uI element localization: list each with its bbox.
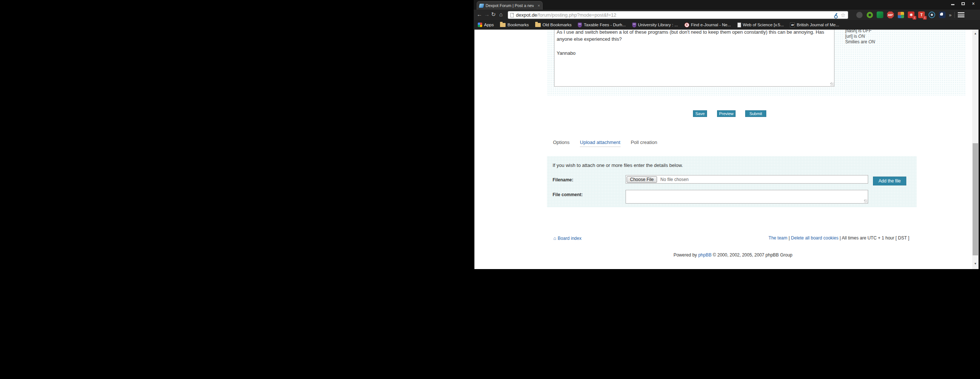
textarea-resize-handle[interactable] — [830, 82, 834, 86]
message-textarea[interactable]: As I use and switch between a lot of the… — [554, 30, 834, 86]
scroll-down-icon[interactable]: ▼ — [972, 262, 978, 265]
window-controls: × — [949, 1, 977, 6]
phpbb-link[interactable]: phpBB — [698, 252, 711, 258]
scroll-up-icon[interactable]: ▲ — [972, 32, 978, 35]
bbcode-url-status: [url] is ON — [845, 34, 875, 39]
minimize-button[interactable] — [949, 1, 956, 6]
delete-cookies-link[interactable]: Delete all board cookies — [791, 235, 838, 241]
bookmark-taxable-fees[interactable]: Taxable Fees - Durh... — [578, 22, 625, 27]
eye-extension-icon[interactable] — [928, 11, 935, 19]
restore-button[interactable] — [959, 1, 967, 6]
url-path: /forum/posting.php?mode=post&f=12 — [537, 12, 616, 18]
bookmark-web-of-science[interactable]: Web of Science [v.5... — [737, 22, 784, 27]
window-edge-left — [474, 30, 474, 269]
bookmark-folder-bookmarks[interactable]: Bookmarks — [500, 22, 529, 27]
page-action-icon[interactable] — [834, 13, 838, 17]
todoist-extension-icon[interactable]: T1 — [918, 11, 925, 19]
bbcode-smilies-status: Smilies are ON — [845, 39, 875, 45]
lastpass-badge: 1 — [913, 16, 916, 20]
url-text[interactable]: dexpot.de/forum/posting.php?mode=post&f=… — [516, 12, 832, 18]
dark-circle-extension-icon[interactable] — [939, 11, 946, 19]
scrollbar-thumb[interactable] — [973, 143, 978, 255]
bookmark-star-icon[interactable]: ☆ — [841, 12, 846, 19]
forum-page: As I use and switch between a lot of the… — [474, 30, 980, 269]
taskbar: ♥ M W X P M C ▲ R R Σ — [0, 269, 980, 285]
document-icon — [737, 22, 741, 27]
browser-menu-icon[interactable] — [958, 12, 964, 17]
no-file-chosen-text: No file chosen — [660, 177, 689, 182]
bbcode-flash-status: [flash] is OFF — [845, 30, 875, 34]
browser-tab[interactable]: Dexpot Forum | Post a nev × — [477, 1, 542, 10]
ghostery-extension-icon[interactable] — [856, 11, 863, 19]
tab-options[interactable]: Options — [553, 140, 570, 147]
browser-toolbar: ← → ↻ ⌂ dexpot.de/forum/posting.php?mode… — [474, 10, 980, 20]
bookmark-university-library[interactable]: University Library : ... — [632, 22, 678, 27]
tab-close-icon[interactable]: × — [538, 3, 540, 8]
url-domain: dexpot.de — [516, 12, 537, 18]
the-team-link[interactable]: The team — [768, 235, 788, 241]
mosaic-extension-icon[interactable] — [897, 11, 904, 19]
posting-tabs: Options Upload attachment Poll creation — [553, 140, 657, 147]
bookmark-apps[interactable]: Apps — [478, 22, 494, 27]
shield-icon — [578, 22, 582, 27]
window-edge-right — [978, 30, 980, 269]
house-icon: ⌂ — [553, 235, 556, 241]
desktop: Dexpot Forum | Post a nev × × ← → ↻ ⌂ de… — [0, 0, 980, 379]
tab-upload-attachment[interactable]: Upload attachment — [580, 140, 620, 147]
w-letter-icon: W — [790, 22, 795, 27]
toolbar-separator — [955, 12, 955, 18]
bookmark-find-ejournal[interactable]: SFind e-Journal - Ne... — [684, 22, 731, 27]
close-button[interactable]: × — [970, 1, 977, 6]
bbcode-status: [flash] is OFF [url] is ON Smilies are O… — [845, 30, 875, 45]
file-comment-textarea[interactable] — [626, 190, 868, 203]
filename-label: Filename: — [553, 177, 573, 182]
save-button[interactable]: Save — [693, 110, 707, 117]
evernote-extension-icon[interactable] — [866, 11, 873, 19]
bookmark-folder-old-bookmarks[interactable]: Old Bookmarks — [535, 22, 572, 27]
submit-button[interactable]: Submit — [745, 110, 766, 117]
folder-icon — [535, 23, 541, 27]
lastpass-extension-icon[interactable]: ✱1 — [907, 11, 915, 19]
tab-poll-creation[interactable]: Poll creation — [631, 140, 657, 147]
page-scrollbar[interactable]: ▲ ▼ — [972, 30, 978, 269]
title-bar: Dexpot Forum | Post a nev × × — [474, 0, 980, 10]
tab-title: Dexpot Forum | Post a nev — [485, 3, 534, 8]
home-button[interactable]: ⌂ — [499, 10, 503, 19]
address-bar[interactable]: dexpot.de/forum/posting.php?mode=post&f=… — [508, 11, 848, 19]
powered-by-line: Powered by phpBB © 2000, 2002, 2005, 200… — [659, 252, 807, 258]
reload-button[interactable]: ↻ — [491, 10, 496, 19]
board-index-link[interactable]: ⌂ Board index — [553, 235, 581, 241]
file-input[interactable]: Choose File No file chosen — [625, 175, 868, 184]
extension-icons: ABP ✱1 T1 » — [856, 11, 964, 19]
forward-button[interactable]: → — [484, 10, 490, 19]
back-button[interactable]: ← — [477, 10, 482, 19]
adblock-plus-extension-icon[interactable]: ABP — [887, 11, 894, 19]
dexpot-favicon — [479, 4, 484, 8]
extensions-overflow-icon[interactable]: » — [949, 12, 951, 18]
attachment-intro: If you wish to attach one or more files … — [553, 162, 683, 168]
sfx-icon: S — [684, 22, 689, 27]
message-box: As I use and switch between a lot of the… — [554, 30, 834, 87]
folder-icon — [500, 23, 506, 27]
browser-window: Dexpot Forum | Post a nev × × ← → ↻ ⌂ de… — [474, 0, 980, 269]
preview-button[interactable]: Preview — [717, 110, 735, 117]
footer-separator: | — [789, 235, 790, 241]
bookmarks-bar: Apps Bookmarks Old Bookmarks Taxable Fee… — [474, 20, 980, 30]
add-the-file-button[interactable]: Add the file — [873, 176, 906, 186]
bookmark-british-journal[interactable]: WBritish Journal of Me... — [790, 22, 839, 27]
apps-grid-icon — [478, 22, 482, 27]
shield-icon — [632, 22, 636, 27]
footer-links: The team | Delete all board cookies | Al… — [768, 235, 909, 241]
todoist-badge: 1 — [923, 16, 927, 20]
choose-file-button[interactable]: Choose File — [627, 176, 657, 183]
comment-resize-handle[interactable] — [864, 200, 867, 203]
file-comment-box — [625, 190, 868, 203]
dashlane-extension-icon[interactable] — [876, 11, 884, 19]
footer-times-text: | All times are UTC + 1 hour [ DST ] — [840, 235, 909, 241]
file-comment-label: File comment: — [553, 192, 582, 197]
page-icon — [511, 13, 514, 17]
attachment-panel: If you wish to attach one or more files … — [547, 156, 917, 207]
